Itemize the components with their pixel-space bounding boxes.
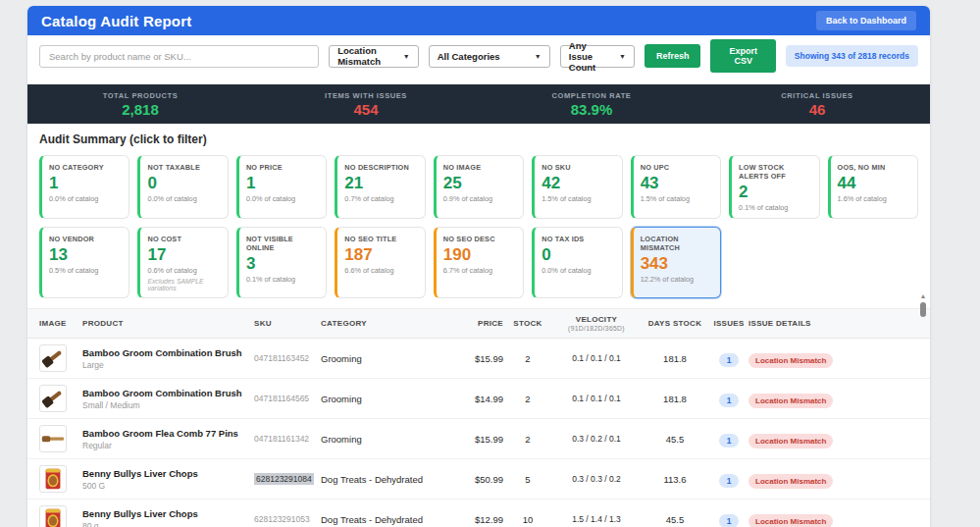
card-footnote: Excludes SAMPLE variations [147,278,220,291]
issue-count-badge: 1 [719,474,740,488]
product-sku: 047181164565 [254,394,321,403]
product-variant: 500 G [82,481,254,491]
table-row[interactable]: Bamboo Groom Combination Brush Small / M… [27,379,930,419]
page-title: Catalog Audit Report [41,13,191,29]
product-price: $50.99 [458,474,503,485]
table-scrollbar: ▲ [918,292,928,527]
product-price: $12.99 [458,514,503,525]
col-price: PRICE [458,319,503,328]
summary-card-no-sku[interactable]: NO SKU 42 1.5% of catalog [532,155,622,219]
issue-count-badge: 1 [719,434,740,448]
product-velocity: 0.1 / 0.1 / 0.1 [552,394,641,403]
chevron-down-icon: ▼ [535,53,542,60]
scroll-up-icon[interactable]: ▲ [920,292,927,299]
issue-count-badge: 1 [719,394,740,407]
product-name: Benny Bullys Liver Chops [82,508,254,519]
product-name: Bamboo Groom Flea Comb 77 Pins [82,428,254,439]
products-table: IMAGE PRODUCT SKU CATEGORY PRICE STOCK V… [27,308,930,527]
col-category: CATEGORY [321,319,458,328]
summary-card-no-seo-desc[interactable]: NO SEO DESC 190 6.7% of catalog [434,227,524,298]
summary-card-no-seo-title[interactable]: NO SEO TITLE 187 6.6% of catalog [335,227,425,298]
product-stock: 10 [503,514,552,525]
summary-card-not-visible-online[interactable]: NOT VISIBLE ONLINE 3 0.1% of catalog [236,227,327,298]
summary-card-no-price[interactable]: NO PRICE 1 0.0% of catalog [236,155,327,219]
stat-completion-rate: COMPLETION RATE 83.9% [479,84,704,124]
product-days-stock: 181.8 [641,353,709,364]
col-issue-details: ISSUE DETAILS [748,319,918,328]
product-velocity: 0.3 / 0.3 / 0.2 [552,474,641,484]
col-days-stock: DAYS STOCK [641,319,709,328]
product-days-stock: 45.5 [641,514,709,525]
stat-items-with-issues: ITEMS WITH ISSUES 454 [253,84,479,124]
product-days-stock: 181.8 [641,394,709,404]
product-variant: Large [82,360,254,370]
catalog-audit-app: Catalog Audit Report Back to Dashboard L… [27,6,930,527]
product-sku: 628123291053 [254,514,321,524]
issue-detail-badge: Location Mismatch [748,514,833,527]
export-csv-button[interactable]: Export CSV [710,39,775,73]
product-image-package [39,465,67,493]
col-product: PRODUCT [82,319,254,328]
product-image-brush [39,344,67,372]
product-variant: Small / Medium [82,400,254,410]
summary-card-row-2: NO VENDOR 13 0.5% of catalog NO COST 17 … [39,227,918,298]
issue-count-select[interactable]: Any Issue Count ▼ [560,45,635,68]
table-row[interactable]: Bamboo Groom Combination Brush Large 047… [27,339,930,379]
stat-value: 2,818 [122,101,159,118]
stat-critical-issues: CRITICAL ISSUES 46 [704,84,930,124]
table-row[interactable]: Bamboo Groom Flea Comb 77 Pins Regular 0… [27,419,930,459]
table-row[interactable]: Benny Bullys Liver Chops 500 G 628123291… [27,459,930,500]
product-variant: Regular [82,441,254,450]
product-stock: 5 [503,474,552,485]
col-issues: ISSUES [709,319,748,328]
col-sku: SKU [254,319,321,328]
summary-card-location-mismatch[interactable]: LOCATION MISMATCH 343 12.2% of catalog [631,227,721,298]
summary-card-no-cost[interactable]: NO COST 17 0.6% of catalog Excludes SAMP… [137,227,228,298]
chevron-down-icon: ▼ [403,53,410,60]
summary-card-row-1: NO CATEGORY 1 0.0% of catalog NOT TAXABL… [39,155,918,219]
summary-card-not-taxable[interactable]: NOT TAXABLE 0 0.0% of catalog [137,155,228,219]
product-name: Bamboo Groom Combination Brush [82,347,254,358]
product-category: Grooming [321,434,458,445]
summary-card-no-image[interactable]: NO IMAGE 25 0.9% of catalog [434,155,524,219]
summary-card-no-category[interactable]: NO CATEGORY 1 0.0% of catalog [39,155,129,219]
issue-detail-badge: Location Mismatch [748,353,833,368]
product-velocity: 0.1 / 0.1 / 0.1 [552,353,641,363]
product-image-package [39,505,67,527]
summary-card-oos-no-min[interactable]: OOS, NO MIN 44 1.6% of catalog [828,155,918,219]
product-sku: 047181163452 [254,353,321,363]
stat-value: 83.9% [571,101,613,118]
summary-card-no-description[interactable]: NO DESCRIPTION 21 0.7% of catalog [335,155,425,219]
product-category: Grooming [321,394,458,404]
category-select[interactable]: All Categories ▼ [429,45,550,68]
issue-detail-badge: Location Mismatch [748,434,833,448]
col-velocity: VELOCITY (91D/182D/365D) [552,315,641,332]
scrollbar-thumb[interactable] [920,302,926,317]
product-price: $14.99 [458,394,503,404]
back-to-dashboard-button[interactable]: Back to Dashboard [816,11,916,30]
product-days-stock: 45.5 [641,434,709,445]
search-input[interactable] [39,45,319,68]
product-stock: 2 [503,353,552,364]
refresh-button[interactable]: Refresh [645,44,701,68]
issue-type-select[interactable]: Location Mismatch ▼ [329,45,419,68]
product-price: $15.99 [458,434,503,445]
product-stock: 2 [503,394,552,404]
product-image-brush [39,385,67,412]
stat-total-products: TOTAL PRODUCTS 2,818 [27,84,253,124]
issue-count-value: Any Issue Count [569,40,611,73]
summary-card-low-stock-alerts-off[interactable]: LOW STOCK ALERTS OFF 2 0.1% of catalog [729,155,819,219]
summary-card-no-upc[interactable]: NO UPC 43 1.5% of catalog [631,155,721,219]
record-count-badge: Showing 343 of 2818 records [786,45,918,67]
product-days-stock: 113.6 [641,474,709,485]
summary-card-no-tax-ids[interactable]: NO TAX IDS 0 0.0% of catalog [532,227,622,298]
stats-bar: TOTAL PRODUCTS 2,818 ITEMS WITH ISSUES 4… [27,84,930,124]
product-variant: 80 g [82,521,254,527]
audit-summary-section: Audit Summary (click to filter) NO CATEG… [27,124,930,308]
issue-detail-badge: Location Mismatch [748,474,833,489]
product-category: Dog Treats - Dehydrated [321,514,458,525]
table-row[interactable]: Benny Bullys Liver Chops 80 g 6281232910… [27,500,930,527]
summary-card-no-vendor[interactable]: NO VENDOR 13 0.5% of catalog [39,227,129,298]
filter-bar: Location Mismatch ▼ All Categories ▼ Any… [27,35,930,77]
stat-value: 454 [353,101,378,118]
